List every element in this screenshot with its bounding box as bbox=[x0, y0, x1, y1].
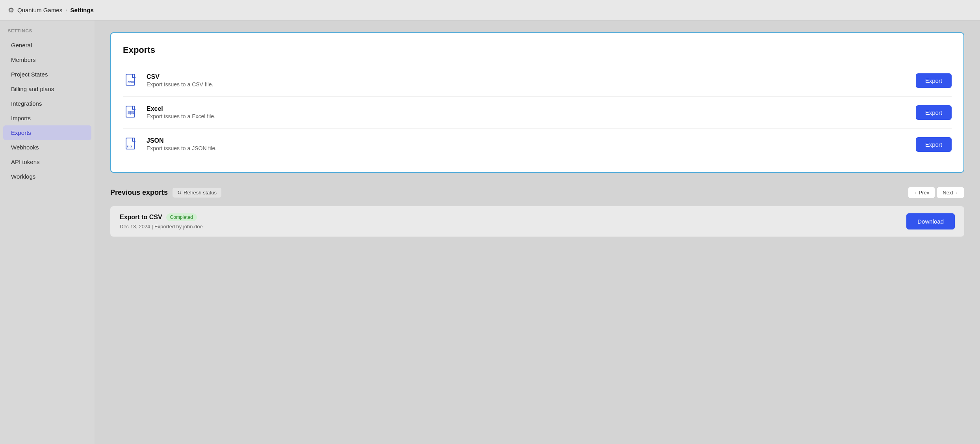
previous-exports-header: Previous exports ↻ Refresh status ←Prev … bbox=[110, 187, 964, 198]
csv-export-button[interactable]: Export bbox=[916, 73, 952, 88]
download-button[interactable]: Download bbox=[906, 213, 955, 229]
json-export-button[interactable]: Export bbox=[916, 137, 952, 152]
json-file-icon: {...} bbox=[123, 136, 140, 153]
next-button[interactable]: Next→ bbox=[937, 187, 964, 198]
csv-description: Export issues to a CSV file. bbox=[147, 81, 916, 88]
main-content: Exports CSV CSVExport issues to a CSV fi… bbox=[95, 21, 980, 444]
gear-icon: ⚙ bbox=[8, 6, 14, 15]
refresh-icon: ↻ bbox=[177, 190, 182, 196]
json-title: JSON bbox=[147, 137, 916, 144]
excel-description: Export issues to a Excel file. bbox=[147, 113, 916, 119]
csv-file-icon: CSV bbox=[123, 72, 140, 89]
sidebar: SETTINGS GeneralMembersProject StatesBil… bbox=[0, 21, 95, 444]
svg-text:CSV: CSV bbox=[128, 80, 134, 84]
csv-info: CSVExport issues to a CSV file. bbox=[147, 73, 916, 88]
exports-card-title: Exports bbox=[123, 45, 952, 55]
sidebar-item-project-states[interactable]: Project States bbox=[3, 67, 91, 82]
sidebar-item-worklogs[interactable]: Worklogs bbox=[3, 169, 91, 184]
breadcrumb-chevron: › bbox=[65, 7, 67, 13]
sidebar-section-label: SETTINGS bbox=[0, 28, 95, 38]
page-title: Settings bbox=[71, 7, 94, 13]
refresh-status-button[interactable]: ↻ Refresh status bbox=[173, 188, 221, 198]
export-row-csv: CSV CSVExport issues to a CSV file.Expor… bbox=[123, 65, 952, 97]
excel-export-button[interactable]: Export bbox=[916, 105, 952, 120]
sidebar-item-members[interactable]: Members bbox=[3, 52, 91, 67]
sidebar-item-integrations[interactable]: Integrations bbox=[3, 96, 91, 111]
refresh-label: Refresh status bbox=[184, 190, 217, 196]
previous-exports-title: Previous exports bbox=[110, 188, 168, 197]
status-badge: Completed bbox=[166, 213, 197, 221]
exports-card: Exports CSV CSVExport issues to a CSV fi… bbox=[110, 32, 964, 173]
sidebar-item-imports[interactable]: Imports bbox=[3, 111, 91, 125]
sidebar-item-exports[interactable]: Exports bbox=[3, 125, 91, 140]
sidebar-item-general[interactable]: General bbox=[3, 38, 91, 52]
export-record: Export to CSVCompletedDec 13, 2024 | Exp… bbox=[110, 206, 964, 237]
topbar: ⚙ Quantum Games › Settings bbox=[0, 0, 980, 21]
sidebar-item-billing[interactable]: Billing and plans bbox=[3, 82, 91, 96]
export-record-info: Export to CSVCompletedDec 13, 2024 | Exp… bbox=[120, 213, 203, 229]
csv-title: CSV bbox=[147, 73, 916, 80]
export-row-excel: ExcelExport issues to a Excel file.Expor… bbox=[123, 97, 952, 129]
json-description: Export issues to a JSON file. bbox=[147, 145, 916, 151]
svg-text:{...}: {...} bbox=[127, 145, 132, 148]
prev-button[interactable]: ←Prev bbox=[908, 187, 935, 198]
excel-file-icon bbox=[123, 104, 140, 121]
excel-title: Excel bbox=[147, 105, 916, 112]
export-record-name-row: Export to CSVCompleted bbox=[120, 213, 203, 221]
export-row-json: {...} JSONExport issues to a JSON file.E… bbox=[123, 129, 952, 160]
sidebar-item-webhooks[interactable]: Webhooks bbox=[3, 140, 91, 155]
org-name: Quantum Games bbox=[17, 7, 62, 13]
excel-info: ExcelExport issues to a Excel file. bbox=[147, 105, 916, 119]
json-info: JSONExport issues to a JSON file. bbox=[147, 137, 916, 151]
sidebar-item-api-tokens[interactable]: API tokens bbox=[3, 155, 91, 169]
export-record-name: Export to CSV bbox=[120, 214, 162, 221]
pagination-buttons: ←Prev Next→ bbox=[908, 187, 964, 198]
export-record-meta: Dec 13, 2024 | Exported by john.doe bbox=[120, 224, 203, 229]
